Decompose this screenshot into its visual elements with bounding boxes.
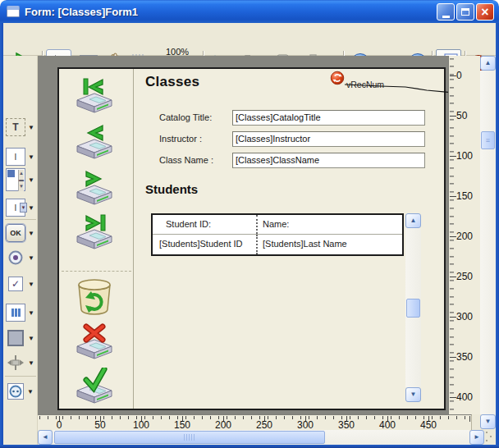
close-icon: × xyxy=(481,4,488,20)
ruler-label: 100 xyxy=(133,419,149,431)
title-bar[interactable]: Form: [Classes]Form1 × xyxy=(0,0,499,23)
chevron-down-icon: ▼ xyxy=(28,254,34,262)
previous-record-icon[interactable] xyxy=(76,123,113,162)
window-border xyxy=(0,445,499,448)
minimize-icon xyxy=(442,16,450,18)
ruler-label: 0 xyxy=(456,70,462,81)
window-horizontal-scrollbar[interactable]: ◄ ► xyxy=(38,430,484,445)
dashed-section-divider xyxy=(62,271,131,272)
splitter-tool-icon xyxy=(6,354,25,372)
window-border xyxy=(0,23,3,445)
window-border xyxy=(496,23,499,445)
toolbox-frame-tool[interactable]: ▼ xyxy=(6,327,37,349)
column-header: Student ID: xyxy=(153,215,256,234)
scroll-up-icon[interactable]: ▲ xyxy=(480,56,496,71)
chevron-down-icon: ▼ xyxy=(28,153,34,161)
scroll-thumb[interactable] xyxy=(406,299,420,318)
toolbox-edit-field-tool[interactable]: I▼ xyxy=(6,146,37,167)
ruler-label: 350 xyxy=(338,419,355,431)
frame-tool-icon xyxy=(7,330,24,346)
scroll-thumb[interactable] xyxy=(54,431,325,444)
chevron-down-icon: ▼ xyxy=(28,359,34,367)
grid-header-row: Student ID: Name: xyxy=(153,215,402,235)
horizontal-ruler: 050100150200250300350400450 xyxy=(38,414,472,430)
list-box-tool-icon: ▲▬▼ xyxy=(6,168,25,191)
classes-heading: Classes xyxy=(145,74,199,90)
field-label: Instructor : xyxy=(159,131,231,147)
minimize-button[interactable] xyxy=(437,3,455,21)
last-name-cell[interactable]: [Students]Last Name xyxy=(256,235,402,254)
checkbox-tool-icon: ✓ xyxy=(8,277,23,291)
scroll-up-icon[interactable]: ▲ xyxy=(405,213,421,228)
ruler-label: 200 xyxy=(215,419,231,431)
ruler-label: 50 xyxy=(456,110,467,121)
chevron-down-icon: ▼ xyxy=(28,281,34,288)
ruler-label: 300 xyxy=(456,311,473,322)
resize-grip[interactable] xyxy=(484,430,496,445)
toolbox-connector-tool[interactable]: ▼ xyxy=(6,381,37,402)
students-scrollbar[interactable]: ▲ ▼ xyxy=(405,213,421,402)
vertical-ruler: 050100150200250300350400 xyxy=(448,56,480,414)
scroll-down-icon[interactable]: ▼ xyxy=(405,387,421,402)
ruler-label: 450 xyxy=(420,419,437,431)
scroll-left-icon[interactable]: ◄ xyxy=(38,430,53,445)
first-record-icon[interactable] xyxy=(76,77,113,117)
toolbox-progress-tool[interactable]: ▼ xyxy=(6,302,37,323)
toolbox-separator xyxy=(5,219,36,220)
toolbox-label-tool[interactable]: T▼ xyxy=(6,117,37,138)
grid-data-row[interactable]: [Students]Student ID [Students]Last Name xyxy=(153,235,402,254)
chevron-down-icon: ▼ xyxy=(28,204,34,212)
last-record-icon[interactable] xyxy=(76,213,113,253)
delete-record-icon[interactable] xyxy=(76,323,113,363)
main-toolbar: 100% ▼ ▼ ▼ ▼ 1/1 xyxy=(3,23,496,56)
ruler-label: 150 xyxy=(456,190,473,202)
toolbox-radio-button-tool[interactable]: ▼ xyxy=(6,247,37,268)
students-heading: Students xyxy=(145,182,198,196)
control-toolbox: T▼ I▼ ▲▬▼▼ I▼▼ OK▼ ▼ ✓▼ ▼ ▼ ▼ xyxy=(3,56,38,445)
toolbox-checkbox-tool[interactable]: ✓▼ xyxy=(6,273,37,295)
next-record-icon[interactable] xyxy=(76,169,113,208)
design-canvas[interactable]: Classes vRecNum Catalog Title: [Classes]… xyxy=(38,56,448,414)
catalog-title-field[interactable]: [Classes]CatalogTitle xyxy=(232,110,425,126)
form-page[interactable]: Classes vRecNum Catalog Title: [Classes]… xyxy=(57,67,446,410)
ruler-label: 400 xyxy=(456,391,473,403)
ruler-label: 0 xyxy=(57,419,62,431)
ruler-label: 250 xyxy=(456,271,473,282)
students-grid[interactable]: Student ID: Name: [Students]Student ID [… xyxy=(151,213,404,256)
thumb-grip-icon xyxy=(184,434,195,441)
ruler-label: 150 xyxy=(174,419,190,431)
chevron-down-icon: ▼ xyxy=(28,335,34,342)
close-button[interactable]: × xyxy=(476,3,494,21)
toolbox-pushbutton-tool[interactable]: OK▼ xyxy=(6,222,37,244)
chevron-down-icon: ▼ xyxy=(27,388,34,395)
field-label: Class Name : xyxy=(159,153,231,168)
ruler-label: 250 xyxy=(256,419,272,431)
commit-record-icon[interactable] xyxy=(76,368,113,407)
column-header: Name: xyxy=(256,215,402,234)
scroll-thumb[interactable]: ≡ xyxy=(481,131,495,149)
toolbox-list-box-tool[interactable]: ▲▬▼▼ xyxy=(6,167,37,192)
progress-tool-icon xyxy=(6,304,25,322)
ruler-label: 400 xyxy=(379,419,396,431)
window-vertical-scrollbar[interactable]: ▲ ≡ ▼ xyxy=(480,56,496,429)
class-name-field[interactable]: [Classes]ClassName xyxy=(232,153,425,168)
toolbox-combo-box-tool[interactable]: I▼▼ xyxy=(6,197,37,218)
toolbox-splitter-tool[interactable]: ▼ xyxy=(6,352,37,373)
edit-field-tool-icon: I xyxy=(6,148,25,166)
scroll-right-icon[interactable]: ► xyxy=(469,430,484,445)
window-title: Form: [Classes]Form1 xyxy=(25,6,138,18)
scroll-down-icon[interactable]: ▼ xyxy=(480,414,496,429)
chevron-down-icon: ▼ xyxy=(28,124,34,131)
student-id-cell[interactable]: [Students]Student ID xyxy=(153,235,251,254)
scroll-track[interactable] xyxy=(480,71,496,414)
corner-filler xyxy=(472,414,480,430)
refresh-record-icon[interactable] xyxy=(76,277,113,317)
ruler-label: 50 xyxy=(94,419,105,431)
app-window: Form: [Classes]Form1 × 100% xyxy=(0,0,499,448)
radio-button-tool-icon xyxy=(6,249,25,267)
column-divider xyxy=(133,69,134,409)
recnum-object[interactable]: vRecNum xyxy=(330,71,445,95)
maximize-button[interactable] xyxy=(456,3,474,21)
instructor-field[interactable]: [Classes]Instructor xyxy=(232,131,425,147)
chevron-down-icon: ▼ xyxy=(28,176,34,184)
